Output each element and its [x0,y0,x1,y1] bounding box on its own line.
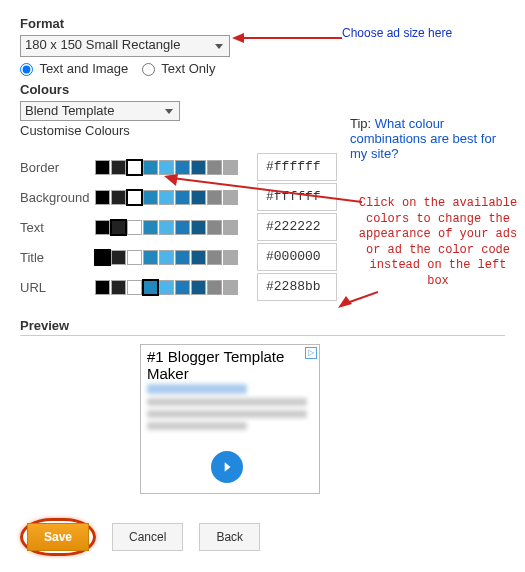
ad-text-line [147,422,247,430]
radio-text-only[interactable]: Text Only [142,61,216,76]
colour-swatch-row [95,220,239,235]
colour-swatch[interactable] [111,220,126,235]
colour-swatch[interactable] [111,280,126,295]
ad-title[interactable]: #1 Blogger Template Maker [147,349,313,382]
adchoices-icon[interactable]: ▷ [305,347,317,359]
colour-hex-input[interactable]: #2288bb [257,273,337,301]
colour-swatch[interactable] [207,160,222,175]
ad-text-line [147,410,307,418]
colour-swatch[interactable] [191,190,206,205]
colour-swatch[interactable] [95,190,110,205]
colour-swatch[interactable] [175,280,190,295]
colour-swatch[interactable] [175,160,190,175]
colour-swatch[interactable] [95,280,110,295]
colour-row-url: URL#2288bb [20,272,505,302]
colour-swatch[interactable] [95,220,110,235]
colour-template-select[interactable]: Blend Template [20,101,180,121]
radio-text-and-image-label: Text and Image [39,61,128,76]
colour-row-label: Border [20,160,95,175]
radio-text-only-input[interactable] [142,63,155,76]
colour-hex-input[interactable]: #ffffff [257,183,337,211]
colour-swatch[interactable] [95,160,110,175]
annotation-arrow-1 [232,30,342,50]
colour-swatch[interactable] [223,160,238,175]
tip-prefix: Tip: [350,116,371,131]
tip-text: Tip: What colour combinations are best f… [350,116,510,161]
colour-swatch[interactable] [159,160,174,175]
colour-swatch[interactable] [207,190,222,205]
save-highlight-annotation: Save [20,518,96,556]
colour-swatch[interactable] [191,220,206,235]
colour-swatch[interactable] [127,220,142,235]
colour-swatch[interactable] [143,280,158,295]
colour-swatch-row [95,190,239,205]
colour-swatch[interactable] [223,250,238,265]
radio-text-only-label: Text Only [161,61,215,76]
colour-swatch[interactable] [127,190,142,205]
colour-hex-input[interactable]: #222222 [257,213,337,241]
colour-swatch[interactable] [191,280,206,295]
colour-swatch[interactable] [207,280,222,295]
ad-preview-box: ▷ #1 Blogger Template Maker [140,344,320,494]
colour-swatch[interactable] [207,220,222,235]
colour-swatch[interactable] [207,250,222,265]
radio-text-and-image[interactable]: Text and Image [20,61,132,76]
colour-swatch[interactable] [111,160,126,175]
colour-swatch[interactable] [143,250,158,265]
colour-swatch[interactable] [175,220,190,235]
colour-swatch[interactable] [191,160,206,175]
colour-swatch[interactable] [223,280,238,295]
colour-swatch[interactable] [95,250,110,265]
colours-label: Colours [20,82,505,97]
colour-swatch[interactable] [143,190,158,205]
colour-swatch[interactable] [159,190,174,205]
colour-swatch-row [95,250,239,265]
colour-swatch-row [95,160,239,175]
colour-swatch[interactable] [159,280,174,295]
colour-swatch[interactable] [191,250,206,265]
save-button[interactable]: Save [27,523,89,551]
colour-grid: Border#ffffffBackground#ffffffText#22222… [20,152,505,302]
colour-row-title: Title#000000 [20,242,505,272]
colour-swatch[interactable] [175,250,190,265]
colour-hex-input[interactable]: #ffffff [257,153,337,181]
colour-row-label: Text [20,220,95,235]
colour-swatch[interactable] [127,280,142,295]
colour-swatch[interactable] [159,220,174,235]
colour-hex-input[interactable]: #000000 [257,243,337,271]
colour-swatch[interactable] [143,220,158,235]
preview-label: Preview [20,318,505,336]
format-label: Format [20,16,505,31]
chevron-right-icon [220,460,234,474]
back-button[interactable]: Back [199,523,260,551]
colour-template-value: Blend Template [25,103,114,118]
colour-swatch[interactable] [111,250,126,265]
colour-row-label: Background [20,190,95,205]
colour-swatch[interactable] [223,190,238,205]
colour-row-text: Text#222222 [20,212,505,242]
svg-marker-1 [232,33,244,43]
cancel-button[interactable]: Cancel [112,523,183,551]
colour-swatch[interactable] [127,160,142,175]
colour-swatch[interactable] [127,250,142,265]
colour-swatch[interactable] [175,190,190,205]
colour-swatch[interactable] [223,220,238,235]
ad-url-placeholder [147,384,247,394]
colour-swatch[interactable] [111,190,126,205]
colour-swatch[interactable] [159,250,174,265]
colour-row-background: Background#ffffff [20,182,505,212]
ad-arrow-button[interactable] [211,451,243,483]
format-selected-value: 180 x 150 Small Rectangle [25,37,180,52]
tip-link[interactable]: What colour combinations are best for my… [350,116,496,161]
colour-row-label: URL [20,280,95,295]
colour-row-label: Title [20,250,95,265]
colour-swatch[interactable] [143,160,158,175]
ad-text-line [147,398,307,406]
colour-swatch-row [95,280,239,295]
radio-text-and-image-input[interactable] [20,63,33,76]
format-select[interactable]: 180 x 150 Small Rectangle [20,35,230,57]
